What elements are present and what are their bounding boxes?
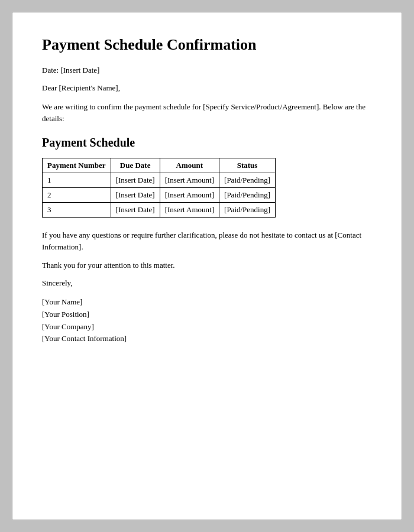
- col-header-due-date: Due Date: [111, 158, 160, 173]
- cell-due-date: [Insert Date]: [111, 188, 160, 203]
- signature-name: [Your Name]: [42, 296, 372, 309]
- intro-text: We are writing to confirm the payment sc…: [42, 101, 372, 124]
- signature-company: [Your Company]: [42, 321, 372, 333]
- closing-text: If you have any questions or require fur…: [42, 229, 372, 252]
- cell-payment-number: 2: [43, 188, 111, 203]
- section-title: Payment Schedule: [42, 136, 372, 150]
- cell-amount: [Insert Amount]: [160, 173, 219, 188]
- document: Payment Schedule Confirmation Date: [Ins…: [12, 12, 402, 520]
- sincerely-text: Sincerely,: [42, 278, 372, 288]
- date-line: Date: [Insert Date]: [42, 66, 372, 75]
- col-header-status: Status: [219, 158, 276, 173]
- cell-status: [Paid/Pending]: [219, 173, 276, 188]
- thank-you-text: Thank you for your attention to this mat…: [42, 261, 372, 270]
- cell-status: [Paid/Pending]: [219, 203, 276, 218]
- cell-status: [Paid/Pending]: [219, 188, 276, 203]
- cell-payment-number: 1: [43, 173, 111, 188]
- signature-position: [Your Position]: [42, 309, 372, 321]
- signature-contact: [Your Contact Information]: [42, 333, 372, 345]
- page-title: Payment Schedule Confirmation: [42, 36, 372, 54]
- cell-amount: [Insert Amount]: [160, 203, 219, 218]
- col-header-amount: Amount: [160, 158, 219, 173]
- cell-amount: [Insert Amount]: [160, 188, 219, 203]
- col-header-payment-number: Payment Number: [43, 158, 111, 173]
- cell-due-date: [Insert Date]: [111, 173, 160, 188]
- table-row: 3[Insert Date][Insert Amount][Paid/Pendi…: [43, 203, 276, 218]
- cell-payment-number: 3: [43, 203, 111, 218]
- signature-block: [Your Name] [Your Position] [Your Compan…: [42, 296, 372, 345]
- payment-table: Payment Number Due Date Amount Status 1[…: [42, 158, 276, 218]
- cell-due-date: [Insert Date]: [111, 203, 160, 218]
- salutation: Dear [Recipient's Name],: [42, 83, 372, 93]
- table-row: 2[Insert Date][Insert Amount][Paid/Pendi…: [43, 188, 276, 203]
- table-row: 1[Insert Date][Insert Amount][Paid/Pendi…: [43, 173, 276, 188]
